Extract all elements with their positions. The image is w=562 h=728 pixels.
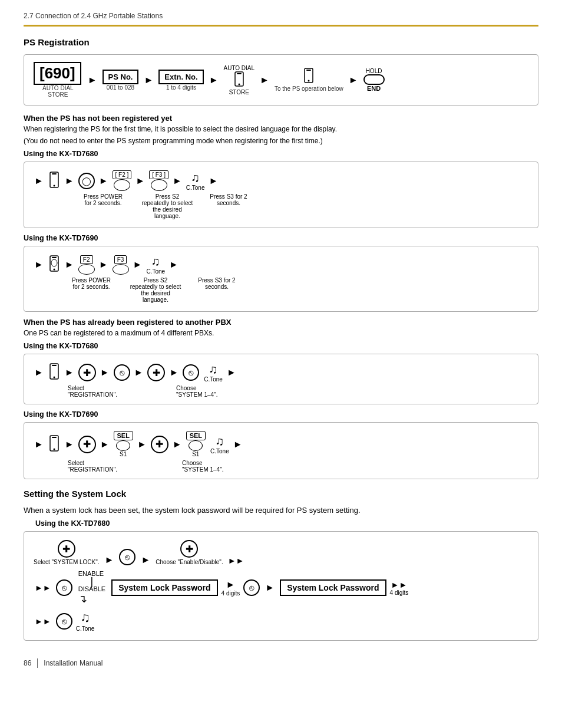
690-item: [690] AUTO DIAL STORE xyxy=(34,62,82,98)
690-bracket: [690] xyxy=(34,62,81,85)
system-lock-diagram: ✚ Select "SYSTEM LOCK". ► ⎋ ► ✚ Choose "… xyxy=(24,531,538,641)
ctone-icon-7680: ♫ xyxy=(191,171,200,185)
enter-icon-sl2: ⎋ xyxy=(56,579,72,596)
svg-point-8 xyxy=(53,185,55,186)
sel-item-2: SEL S1 xyxy=(186,431,206,457)
not-registered-section: When the PS has not been registered yet … xyxy=(24,114,538,312)
svg-point-12 xyxy=(51,259,57,266)
nav-cross-1: ✚ xyxy=(78,364,96,381)
page-header: 2.7 Connection of 2.4 GHz Portable Stati… xyxy=(24,12,538,27)
f3-item-7690: F3 xyxy=(113,255,129,275)
enter-icon-sl3: ⎋ xyxy=(243,579,260,596)
phone-icon-2 xyxy=(302,68,315,85)
f2-item-7680: [ F2 ] xyxy=(113,170,132,191)
enter-icon-sl1: ⎋ xyxy=(119,549,135,565)
phone-icon-7680b xyxy=(48,363,61,382)
phone-icon-7680a xyxy=(48,172,61,190)
already-registered-heading: When the PS has already been registered … xyxy=(24,318,538,327)
ps-no-item: PS No. 001 to 028 xyxy=(103,70,139,91)
svg-rect-17 xyxy=(52,437,57,438)
power-icon-7680: ◯ xyxy=(78,173,95,189)
ctone-item-7690: ♫ C.Tone xyxy=(146,255,165,275)
not-registered-heading: When the PS has not been registered yet xyxy=(24,114,538,123)
page-footer: 86 Installation Manual xyxy=(24,658,538,668)
arrow4: ► xyxy=(260,75,269,85)
sel-oval-2 xyxy=(189,440,203,451)
sel-key-2: SEL xyxy=(186,431,206,440)
flow-row-7680-2: ► ► ✚ ► ⎋ ► ✚ ► ⎋ ♫ C.Tone ► xyxy=(32,363,530,383)
enter-icon-sl4: ⎋ xyxy=(56,613,72,630)
sel-key-1: SEL xyxy=(114,431,133,440)
system-lock-title: Setting the System Lock xyxy=(24,489,538,499)
page-number: 86 xyxy=(24,659,31,667)
autodial2-item: AUTO DIAL STORE xyxy=(223,65,254,95)
svg-rect-1 xyxy=(237,73,242,74)
system-lock-desc: When a system lock has been set, the sys… xyxy=(24,506,538,515)
ctone-icon-7680b: ♫ xyxy=(209,363,218,376)
svg-point-11 xyxy=(53,269,55,271)
ps-registration-title: PS Registration xyxy=(24,37,538,47)
nav-cross-sl1: ✚ Select "SYSTEM LOCK". xyxy=(34,540,100,565)
arrow1: ► xyxy=(88,75,97,85)
kx-td7680-label-1: Using the KX-TD7680 xyxy=(24,150,538,158)
flow-row-7690-2: ► ► ✚ ► SEL S1 ► ✚ ► SEL xyxy=(32,431,530,457)
nav-cross-sl2: ✚ Choose "Enable/Disable". xyxy=(156,540,223,565)
svg-point-18 xyxy=(53,448,55,450)
autodial-label1: AUTO DIAL STORE xyxy=(42,85,74,98)
manual-name: Installation Manual xyxy=(44,659,103,667)
footer-divider xyxy=(37,658,38,668)
svg-rect-10 xyxy=(52,257,57,258)
ctone-item-7690b: ♫ C.Tone xyxy=(210,434,229,454)
ctone-item-sl: ♫ C.Tone xyxy=(76,610,95,632)
already-registered-text: One PS can be registered to a maximum of… xyxy=(24,329,538,337)
power-desc-7680: Press POWER for 2 seconds. xyxy=(80,193,127,206)
select-reg-7690: Select "REGISTRATION". xyxy=(68,460,133,473)
kx-td7680-diagram-1: ► ► ◯ ► [ F2 ] ► [ F3 ] xyxy=(24,162,538,228)
hold-end-item: HOLD END xyxy=(363,68,385,92)
svg-point-2 xyxy=(238,83,240,85)
f2-oval-7680 xyxy=(114,179,130,191)
f3-oval-7690 xyxy=(113,264,129,275)
enable-disable-block: ENABLE | DISABLE ↴ xyxy=(78,570,105,605)
gold-divider xyxy=(24,25,538,27)
choose-enable-disable: Choose "Enable/Disable". xyxy=(156,559,223,565)
nav-cross-3: ✚ xyxy=(78,436,96,453)
kx-td7690-diagram-1: ► ► F2 ► F3 ► ♫ xyxy=(24,246,538,312)
ctone-icon-7690: ♫ xyxy=(151,255,160,268)
kx-td7680-label-2: Using the KX-TD7680 xyxy=(24,342,538,350)
svg-rect-4 xyxy=(306,70,311,71)
enter-icon-2: ⎋ xyxy=(183,364,199,381)
system-lock-kx-td7680-label: Using the KX-TD7680 xyxy=(35,519,538,528)
select-reg-7680: Select "REGISTRATION". xyxy=(68,385,127,398)
choose-sys-7690: Choose "SYSTEM 1–4". xyxy=(182,460,229,473)
speaker-item-7680: ◯ xyxy=(78,173,95,189)
ps-no-range: 001 to 028 xyxy=(107,84,134,91)
arrow2: ► xyxy=(144,75,153,85)
kx-td7690-diagram-2: ► ► ✚ ► SEL S1 ► ✚ ► SEL xyxy=(24,422,538,479)
f2-oval-7690 xyxy=(78,264,95,275)
s2-desc-7680: Press S2 repeatedly to select the desire… xyxy=(141,193,194,219)
to-ps-item: To the PS operation below xyxy=(275,68,343,92)
extn-no-box: Extn. No. xyxy=(158,70,203,84)
hold-button xyxy=(363,74,385,85)
svg-rect-14 xyxy=(52,365,57,366)
s3-desc-7680: Press S3 for 2 seconds. xyxy=(208,193,249,206)
ctone-item-7680b: ♫ C.Tone xyxy=(204,363,223,383)
s3-desc-7690: Press S3 for 2 seconds. xyxy=(196,277,237,290)
header-title: 2.7 Connection of 2.4 GHz Portable Stati… xyxy=(24,12,538,20)
system-lock-password-box-1: System Lock Password xyxy=(111,579,217,596)
nav-cross-2: ✚ xyxy=(147,364,165,381)
ctone-item-7680: ♫ C.Tone xyxy=(186,171,205,191)
phone-icon-7690a xyxy=(48,255,61,274)
already-registered-section: When the PS has already been registered … xyxy=(24,318,538,479)
f3-oval-7680 xyxy=(151,179,167,191)
svg-point-5 xyxy=(308,80,310,82)
flow-row-7680-1: ► ► ◯ ► [ F2 ] ► [ F3 ] xyxy=(32,170,530,191)
extn-no-range: 1 to 4 digits xyxy=(166,84,196,91)
kx-td7680-diagram-2: ► ► ✚ ► ⎋ ► ✚ ► ⎋ ♫ C.Tone ► xyxy=(24,354,538,404)
s2-desc-7690: Press S2 repeatedly to select the desire… xyxy=(129,277,182,303)
sel-item-1: SEL S1 xyxy=(114,431,133,457)
arrow5: ► xyxy=(349,75,358,85)
kx-td7690-label-2: Using the KX-TD7690 xyxy=(24,410,538,419)
phone-icon-1 xyxy=(233,71,246,89)
